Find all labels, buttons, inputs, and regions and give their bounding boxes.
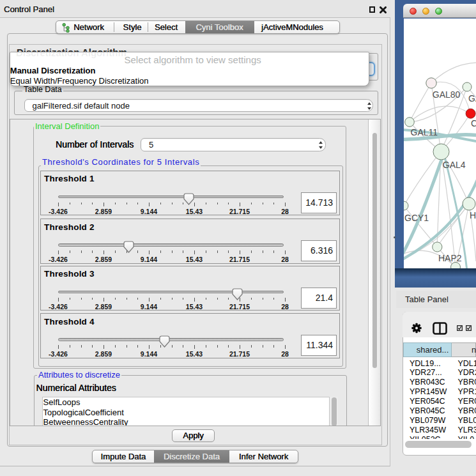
svg-text:H: H (470, 210, 476, 220)
svg-text:GA: GA (468, 93, 476, 104)
svg-text:GAL4: GAL4 (443, 160, 466, 170)
svg-text:GAL11: GAL11 (411, 127, 438, 137)
svg-text:C: C (471, 118, 476, 128)
svg-text:GAL80: GAL80 (433, 89, 461, 100)
svg-text:HAP2: HAP2 (438, 253, 462, 263)
svg-text:GCY1: GCY1 (404, 213, 429, 223)
